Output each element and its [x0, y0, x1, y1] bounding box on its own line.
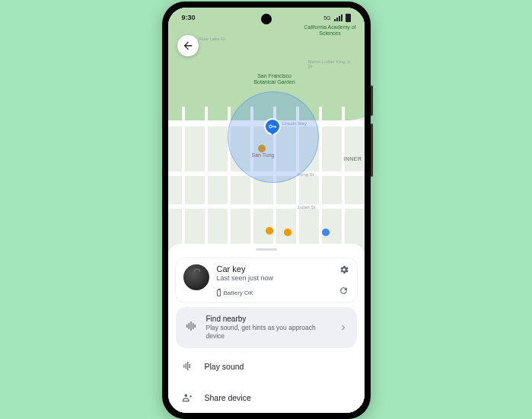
- find-subtitle: Play sound, get hints as you approach de…: [206, 324, 330, 341]
- device-image: [183, 264, 209, 290]
- sound-icon: [180, 360, 194, 372]
- back-button[interactable]: [177, 35, 199, 56]
- street-label: Stow Lake Dr: [199, 37, 226, 41]
- front-camera: [261, 14, 272, 24]
- volume-button: [371, 85, 373, 116]
- park-label: San Francisco Botanical Garden: [248, 73, 301, 86]
- power-button: [371, 123, 373, 177]
- phone-frame: 9:30 5G Lincoln Wa: [162, 2, 371, 419]
- battery-icon: [346, 14, 351, 22]
- street-label: Judah St: [298, 205, 316, 210]
- refresh-button[interactable]: [339, 286, 349, 296]
- drag-handle[interactable]: [256, 248, 277, 251]
- map-view[interactable]: Lincoln Way Irving St Judah St Stow Lake…: [168, 8, 365, 251]
- device-name: Car key: [217, 264, 331, 273]
- clock: 9:30: [182, 14, 196, 21]
- play-sound-button[interactable]: Play sound: [176, 353, 357, 379]
- key-icon: [268, 122, 277, 131]
- screen: 9:30 5G Lincoln Wa: [168, 8, 365, 413]
- refresh-icon: [339, 286, 349, 296]
- battery-status: Battery OK: [224, 289, 253, 296]
- street-label: Martin Luther King Jr Dr: [308, 59, 354, 69]
- signal-icon: [334, 14, 342, 21]
- arrow-left-icon: [182, 40, 194, 52]
- settings-button[interactable]: [339, 264, 349, 275]
- svg-point-1: [184, 394, 187, 397]
- battery-icon: [217, 289, 221, 296]
- device-card: Car key Last seen just now Battery OK: [176, 258, 357, 302]
- network-type: 5G: [323, 15, 330, 21]
- gear-icon: [339, 264, 349, 275]
- find-title: Find nearby: [206, 315, 330, 323]
- district-label: INNER: [343, 156, 362, 162]
- radar-icon: [185, 320, 197, 335]
- chevron-right-icon: [339, 323, 348, 332]
- device-marker[interactable]: [264, 118, 281, 135]
- person-add-icon: [180, 392, 194, 403]
- poi-pin-icon: [266, 227, 273, 235]
- poi-pin-icon: [284, 229, 291, 236]
- action-label: Play sound: [205, 362, 244, 371]
- action-label: Share device: [205, 393, 251, 402]
- poi-pin-icon: [322, 229, 330, 236]
- bottom-sheet[interactable]: Car key Last seen just now Battery OK: [168, 244, 365, 413]
- last-seen-text: Last seen just now: [217, 274, 331, 282]
- svg-point-0: [269, 125, 272, 128]
- find-nearby-button[interactable]: Find nearby Play sound, get hints as you…: [176, 307, 357, 348]
- share-device-button[interactable]: Share device: [176, 384, 357, 411]
